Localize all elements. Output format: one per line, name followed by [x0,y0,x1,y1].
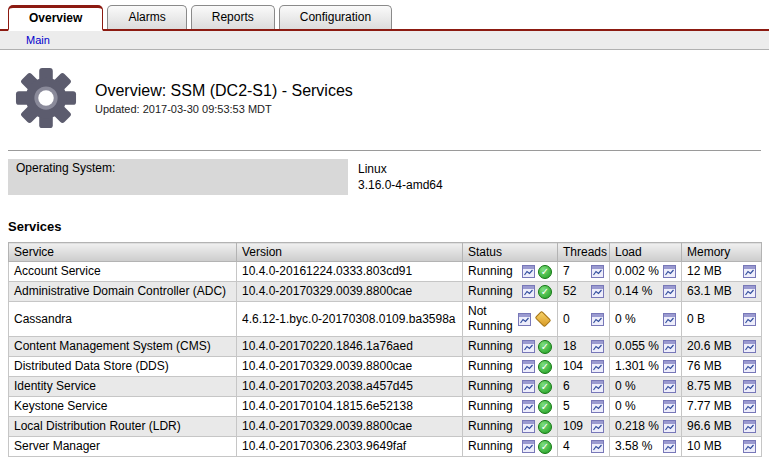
main-link[interactable]: Main [26,34,50,46]
memory-value: 0 B [687,312,705,327]
load-chart-icon[interactable] [663,360,676,373]
load-cell: 0.218 % [610,417,682,437]
threads-value: 52 [563,284,576,299]
status-chart-icon[interactable] [522,420,535,433]
status-chart-icon[interactable] [522,340,535,353]
status-text: Running [468,339,522,354]
status-state-icon [538,440,552,454]
threads-chart-icon[interactable] [591,380,604,393]
service-status-cell: Not Running [463,302,558,337]
load-chart-icon[interactable] [663,313,676,326]
load-chart-icon[interactable] [663,285,676,298]
load-chart-icon[interactable] [663,380,676,393]
load-cell: 0.002 % [610,262,682,282]
threads-cell: 52 [558,282,610,302]
service-version: 10.4.0-20170329.0039.8800cae [237,417,463,437]
threads-chart-icon[interactable] [591,265,604,278]
service-version: 10.4.0-20170329.0039.8800cae [237,282,463,302]
table-row: Distributed Data Store (DDS) 10.4.0-2017… [9,357,762,377]
status-text: Not Running [468,304,518,334]
threads-cell: 7 [558,262,610,282]
status-state-icon [538,420,552,434]
memory-cell: 20.6 MB [682,337,762,357]
service-status-cell: Running [463,357,558,377]
threads-chart-icon[interactable] [591,400,604,413]
threads-cell: 4 [558,437,610,457]
memory-chart-icon[interactable] [743,360,756,373]
gear-icon [15,67,77,129]
status-state-icon [538,400,552,414]
memory-value: 10 MB [687,439,722,454]
status-chart-icon[interactable] [522,285,535,298]
threads-chart-icon[interactable] [591,420,604,433]
service-name: Cassandra [9,302,237,337]
table-row: Content Management System (CMS) 10.4.0-2… [9,337,762,357]
memory-chart-icon[interactable] [743,420,756,433]
memory-value: 12 MB [687,264,722,279]
service-status-cell: Running [463,337,558,357]
load-value: 0.055 % [615,339,659,354]
table-row: Cassandra 4.6.12-1.byc.0-20170308.0109.b… [9,302,762,337]
threads-value: 5 [563,399,570,414]
load-value: 0.14 % [615,284,652,299]
load-chart-icon[interactable] [663,400,676,413]
threads-value: 7 [563,264,570,279]
status-chart-icon[interactable] [522,380,535,393]
memory-chart-icon[interactable] [743,340,756,353]
services-heading: Services [8,219,769,234]
status-chart-icon[interactable] [522,440,535,453]
load-value: 3.58 % [615,439,652,454]
threads-chart-icon[interactable] [591,360,604,373]
memory-chart-icon[interactable] [743,265,756,278]
service-name: Account Service [9,262,237,282]
threads-chart-icon[interactable] [591,440,604,453]
service-version: 10.4.0-20161224.0333.803cd91 [237,262,463,282]
load-chart-icon[interactable] [663,265,676,278]
tab-configuration[interactable]: Configuration [279,5,392,29]
load-value: 0 % [615,399,636,414]
memory-cell: 76 MB [682,357,762,377]
status-chart-icon[interactable] [522,400,535,413]
tab-alarms[interactable]: Alarms [107,5,186,29]
service-version: 10.4.0-20170203.2038.a457d45 [237,377,463,397]
tab-reports[interactable]: Reports [191,5,275,29]
service-name: Distributed Data Store (DDS) [9,357,237,377]
load-cell: 3.58 % [610,437,682,457]
status-state-icon [538,340,552,354]
load-value: 0.002 % [615,264,659,279]
tab-bar: Overview Alarms Reports Configuration [0,0,769,31]
load-value: 0.218 % [615,419,659,434]
load-cell: 1.301 % [610,357,682,377]
os-version: 3.16.0-4-amd64 [358,177,443,193]
memory-cell: 0 B [682,302,762,337]
memory-chart-icon[interactable] [743,400,756,413]
status-text: Running [468,379,522,394]
updated-timestamp: Updated: 2017-03-30 09:53:53 MDT [95,103,353,115]
threads-chart-icon[interactable] [591,313,604,326]
status-chart-icon[interactable] [522,360,535,373]
status-chart-icon[interactable] [518,313,531,326]
load-chart-icon[interactable] [663,420,676,433]
service-name: Local Distribution Router (LDR) [9,417,237,437]
threads-cell: 5 [558,397,610,417]
service-name: Keystone Service [9,397,237,417]
threads-cell: 0 [558,302,610,337]
memory-chart-icon[interactable] [743,440,756,453]
threads-value: 109 [563,419,583,434]
memory-chart-icon[interactable] [743,285,756,298]
memory-chart-icon[interactable] [743,380,756,393]
status-chart-icon[interactable] [522,265,535,278]
threads-chart-icon[interactable] [591,340,604,353]
threads-chart-icon[interactable] [591,285,604,298]
load-chart-icon[interactable] [663,340,676,353]
memory-chart-icon[interactable] [743,313,756,326]
load-chart-icon[interactable] [663,440,676,453]
table-header-row: Service Version Status Threads Load Memo… [9,243,762,262]
os-value: Linux 3.16.0-4-amd64 [348,159,453,195]
column-header-threads: Threads [558,243,610,262]
load-value: 1.301 % [615,359,659,374]
threads-cell: 109 [558,417,610,437]
tab-overview[interactable]: Overview [8,5,103,31]
load-cell: 0 % [610,302,682,337]
table-row: Server Manager 10.4.0-20170306.2303.9649… [9,437,762,457]
